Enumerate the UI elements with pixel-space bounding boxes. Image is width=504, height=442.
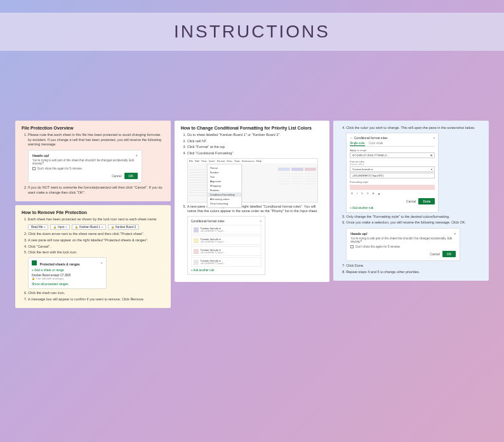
- dialog-title: Heads up!: [350, 232, 368, 236]
- menu-insert[interactable]: Insert: [209, 159, 215, 163]
- step-text: Please note that each sheet in this file…: [28, 133, 164, 147]
- menu-alignment[interactable]: Alignment: [208, 179, 241, 184]
- dialog-body: You're trying to edit part of this sheet…: [350, 237, 456, 243]
- menu-file[interactable]: File: [189, 159, 193, 163]
- cancel-button[interactable]: Cancel: [112, 174, 122, 178]
- step-text: Click the trash can icon.: [28, 291, 164, 296]
- checkbox[interactable]: [32, 167, 36, 170]
- step-text: Click "Cancel".: [28, 244, 164, 250]
- dialog-body: You're trying to edit part of this sheet…: [32, 159, 138, 165]
- sheet-tab-readme[interactable]: Read Me: [28, 224, 48, 230]
- card-remove-file-protection: How to Remove File Protection Each sheet…: [15, 205, 171, 308]
- menu-edit[interactable]: Edit: [195, 159, 199, 163]
- strike-icon[interactable]: S: [366, 191, 370, 196]
- format-rule[interactable]: Custom formula is =N7=INDIRECT("Input!..…: [191, 236, 262, 245]
- sheet-tab-kb1[interactable]: Kanban Board 1: [72, 224, 106, 230]
- step-text: A message box will appear to confirm if …: [28, 297, 164, 302]
- menu-rotation[interactable]: Rotation: [208, 188, 241, 192]
- menu-theme[interactable]: Theme: [208, 166, 241, 170]
- rule-range: =N7=INDIRECT("Input!...: [201, 241, 225, 243]
- ok-button[interactable]: OK: [124, 173, 138, 179]
- format-rule[interactable]: Custom formula is =N7=INDIRECT("Input!..…: [191, 246, 262, 256]
- color-swatch: [194, 238, 199, 243]
- checkbox[interactable]: [350, 245, 354, 248]
- menu-text[interactable]: Text: [208, 175, 241, 179]
- close-icon[interactable]: ×: [101, 261, 103, 265]
- menu-extensions[interactable]: Extensions: [242, 159, 255, 163]
- add-sheet-range-link[interactable]: + Add a sheet or range: [32, 268, 103, 272]
- underline-icon[interactable]: U: [360, 191, 364, 196]
- step-text: Click "Format" at the top.: [187, 145, 324, 150]
- mock-columns: [278, 168, 316, 184]
- menu-view[interactable]: View: [201, 159, 207, 163]
- lock-icon: [53, 225, 56, 229]
- step-text: Repeat steps 4 and 5 to change other pri…: [346, 270, 482, 275]
- range-value: N7:Q505,U7:X505,T7:W505,Z...: [352, 154, 388, 157]
- lock-icon: [32, 277, 35, 280]
- checkbox-label: Don't show this again for 5 minutes: [37, 167, 82, 170]
- card-file-protection-overview: File Protection Overview Please note tha…: [15, 121, 171, 201]
- close-icon[interactable]: ×: [454, 232, 456, 236]
- format-rule[interactable]: Custom formula is =N7=INDIRECT("Input!..…: [191, 225, 262, 234]
- panel-title: Protected sheets & ranges: [40, 262, 80, 266]
- menu-format[interactable]: Format: [217, 159, 225, 163]
- close-icon[interactable]: ×: [136, 154, 138, 157]
- formula-input[interactable]: =N7=INDIRECT("Input!D5"): [350, 173, 435, 178]
- italic-icon[interactable]: I: [355, 191, 359, 196]
- done-button[interactable]: Done: [418, 198, 435, 204]
- menu-conditional-formatting[interactable]: Conditional formatting: [208, 192, 241, 197]
- text-color-icon[interactable]: A: [371, 191, 376, 196]
- chevron-down-icon: ▾: [431, 168, 432, 171]
- menu-bar: File Edit View Insert Format Data Tools …: [188, 159, 318, 163]
- menu-help[interactable]: Help: [256, 159, 262, 163]
- format-menu-screenshot: File Edit View Insert Format Data Tools …: [187, 158, 319, 203]
- style-preview: [350, 185, 435, 190]
- menu-wrapping[interactable]: Wrapping: [208, 184, 241, 188]
- close-icon[interactable]: ×: [433, 136, 435, 140]
- add-rule-link[interactable]: + Add another rule: [191, 269, 262, 272]
- menu-data[interactable]: Data: [227, 159, 232, 163]
- grid-icon[interactable]: ⊞: [430, 154, 432, 157]
- tab-label: Input: [58, 225, 64, 229]
- range-input[interactable]: N7:Q505,U7:X505,T7:W505,Z... ⊞: [350, 152, 435, 158]
- menu-clear[interactable]: Clear formatting: [208, 201, 241, 206]
- cell: [291, 182, 303, 184]
- step-text: Click "Conditional Formatting".: [187, 151, 324, 156]
- sheet-tab-input[interactable]: Input: [50, 224, 70, 230]
- menu-alternating[interactable]: Alternating colors: [208, 197, 241, 201]
- sheets-icon: [32, 260, 37, 265]
- step-text: Click the color you wish to change. This…: [346, 126, 482, 131]
- color-swatch: [194, 260, 199, 265]
- tab-label: Kanban Board 1: [79, 225, 100, 229]
- chevron-down-icon[interactable]: [102, 225, 103, 229]
- tab-color-scale[interactable]: Color scale: [369, 142, 383, 146]
- step-text: Go to sheet labelled "Kanban Board 1" or…: [187, 133, 324, 138]
- format-rule[interactable]: Custom formula is =N7=INDIRECT("Input!..…: [191, 257, 262, 267]
- tab-label: Read Me: [31, 225, 43, 229]
- formula-value: =N7=INDIRECT("Input!D5"): [352, 174, 383, 177]
- step-text: Click cell N7.: [187, 139, 324, 144]
- panel-title: Conditional format rules: [354, 136, 388, 140]
- col-header: [305, 168, 317, 171]
- heads-up-dialog-2: Heads up! × You're trying to edit part o…: [346, 228, 460, 261]
- protected-sub: Can edit (with warnings): [36, 277, 63, 280]
- menu-number[interactable]: Number: [208, 170, 241, 175]
- tab-single-color[interactable]: Single color: [350, 142, 365, 146]
- fill-color-icon[interactable]: ◢: [376, 191, 381, 196]
- menu-tools[interactable]: Tools: [234, 159, 240, 163]
- add-rule-link[interactable]: + Add another rule: [350, 206, 435, 210]
- lock-icon: [75, 225, 78, 229]
- close-icon[interactable]: ×: [260, 219, 262, 223]
- chevron-down-icon[interactable]: [44, 225, 45, 229]
- ok-button[interactable]: OK: [442, 251, 456, 257]
- sheet-tab-kb2[interactable]: Kanban Board 2: [108, 224, 140, 230]
- chevron-down-icon[interactable]: [65, 225, 67, 229]
- formula-type-select[interactable]: Custom formula is ▾: [350, 166, 435, 172]
- col-header: [291, 168, 303, 171]
- cancel-button[interactable]: Cancel: [406, 199, 416, 203]
- show-all-link[interactable]: Show all protected ranges: [32, 282, 103, 286]
- bold-icon[interactable]: B: [350, 191, 354, 196]
- title-bar: INSTRUCTIONS: [0, 13, 504, 51]
- card-format-detail: Click the color you wish to change. This…: [333, 121, 489, 281]
- cancel-button[interactable]: Cancel: [430, 252, 440, 256]
